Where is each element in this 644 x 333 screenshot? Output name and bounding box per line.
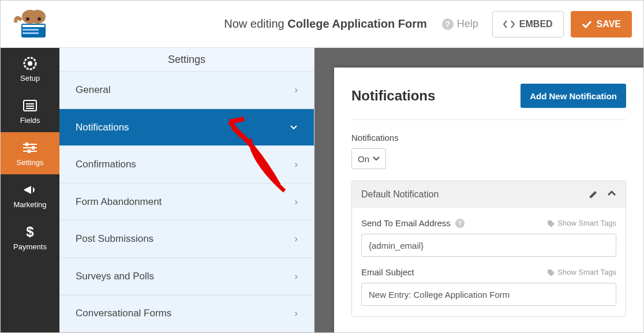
- sidebar-label: Settings: [17, 158, 44, 167]
- sidebar-item-fields[interactable]: Fields: [1, 90, 59, 132]
- svg-rect-5: [23, 25, 44, 27]
- sidebar-item-settings[interactable]: Settings: [1, 132, 59, 174]
- chevron-down-icon: [290, 125, 298, 130]
- submenu-item-post-submissions[interactable]: Post Submissions›: [59, 220, 314, 258]
- submenu-label: Form Abandonment: [76, 196, 162, 208]
- help-icon: ?: [442, 18, 454, 30]
- chevron-right-icon: ›: [294, 159, 298, 170]
- editing-prefix: Now editing: [224, 17, 284, 30]
- help-label: Help: [457, 18, 478, 30]
- sidebar-label: Fields: [20, 116, 40, 125]
- dollar-icon: $: [25, 224, 35, 240]
- svg-rect-18: [32, 146, 35, 149]
- form-name: College Application Form: [287, 17, 427, 30]
- card-header[interactable]: Default Notification: [352, 181, 626, 208]
- embed-button[interactable]: EMBED: [492, 11, 564, 38]
- svg-rect-19: [28, 149, 31, 153]
- sidebar-label: Marketing: [13, 200, 46, 209]
- submenu-item-conversational-forms[interactable]: Conversational Forms›: [59, 295, 314, 332]
- toggle-value: On: [358, 154, 369, 164]
- show-smart-tags-link[interactable]: Show Smart Tags: [547, 219, 616, 227]
- send-to-label: Send To Email Address ?: [361, 218, 465, 228]
- submenu-label: Notifications: [76, 122, 129, 133]
- email-subject-label: Email Subject: [361, 267, 414, 277]
- svg-point-1: [29, 10, 46, 24]
- sidebar-item-payments[interactable]: $ Payments: [1, 216, 59, 259]
- tag-icon: [547, 220, 555, 227]
- submenu-label: General: [76, 84, 110, 96]
- tag-icon: [547, 269, 555, 276]
- submenu-item-confirmations[interactable]: Confirmations›: [59, 146, 314, 184]
- submenu-item-surveys-polls[interactable]: Surveys and Polls›: [59, 258, 314, 295]
- chevron-right-icon: ›: [294, 308, 298, 319]
- chevron-right-icon: ›: [294, 233, 298, 245]
- sidebar-item-setup[interactable]: Setup: [1, 48, 59, 90]
- show-smart-tags-link[interactable]: Show Smart Tags: [547, 268, 616, 276]
- card-title: Default Notification: [361, 189, 439, 200]
- svg-point-3: [38, 17, 41, 21]
- sliders-icon: [22, 140, 38, 156]
- now-editing-text: Now editing College Application Form: [224, 17, 427, 31]
- svg-rect-17: [25, 143, 28, 146]
- chevron-right-icon: ›: [294, 84, 298, 96]
- email-subject-input[interactable]: [361, 283, 616, 306]
- notifications-toggle-select[interactable]: On: [351, 148, 386, 169]
- notifications-panel: Notifications Add New Notification Notif…: [334, 68, 643, 332]
- svg-text:$: $: [26, 225, 34, 240]
- submenu-item-general[interactable]: General›: [59, 72, 314, 109]
- send-to-input[interactable]: [361, 234, 616, 257]
- submenu-item-notifications[interactable]: Notifications: [59, 109, 314, 147]
- help-icon[interactable]: ?: [455, 219, 465, 228]
- save-button[interactable]: SAVE: [571, 11, 632, 38]
- sidebar-label: Setup: [20, 74, 40, 83]
- check-icon: [582, 20, 592, 28]
- svg-rect-6: [23, 29, 39, 31]
- code-icon: [503, 20, 515, 28]
- chevron-right-icon: ›: [294, 196, 298, 208]
- svg-rect-7: [23, 32, 39, 34]
- chevron-right-icon: ›: [294, 271, 298, 282]
- submenu-label: Surveys and Polls: [76, 271, 154, 282]
- help-link[interactable]: ? Help: [442, 18, 478, 30]
- settings-submenu: Settings General› Notifications Confirma…: [59, 48, 314, 332]
- submenu-label: Conversational Forms: [76, 308, 171, 319]
- submenu-label: Post Submissions: [76, 233, 153, 245]
- notification-card: Default Notification Send To Email Addre…: [351, 181, 626, 317]
- sidebar-item-marketing[interactable]: Marketing: [1, 174, 59, 216]
- chevron-down-icon: [373, 156, 380, 161]
- submenu-label: Confirmations: [76, 159, 136, 170]
- svg-point-2: [26, 17, 29, 21]
- sidebar: Setup Fields Settings Marketing $ Paymen…: [1, 48, 59, 332]
- embed-label: EMBED: [519, 19, 553, 29]
- svg-point-9: [28, 61, 32, 66]
- add-notification-button[interactable]: Add New Notification: [521, 84, 626, 108]
- submenu-header: Settings: [59, 48, 314, 72]
- submenu-item-form-abandonment[interactable]: Form Abandonment›: [59, 184, 314, 221]
- save-label: SAVE: [597, 19, 621, 29]
- panel-title: Notifications: [351, 88, 435, 104]
- gear-icon: [23, 55, 38, 72]
- main-content: Notifications Add New Notification Notif…: [314, 48, 643, 332]
- bullhorn-icon: [23, 182, 38, 198]
- app-logo: [12, 8, 53, 40]
- notifications-toggle-label: Notifications: [351, 133, 626, 143]
- chevron-up-icon[interactable]: [607, 190, 616, 199]
- list-icon: [23, 98, 38, 114]
- sidebar-label: Payments: [13, 242, 47, 251]
- edit-icon[interactable]: [589, 190, 598, 199]
